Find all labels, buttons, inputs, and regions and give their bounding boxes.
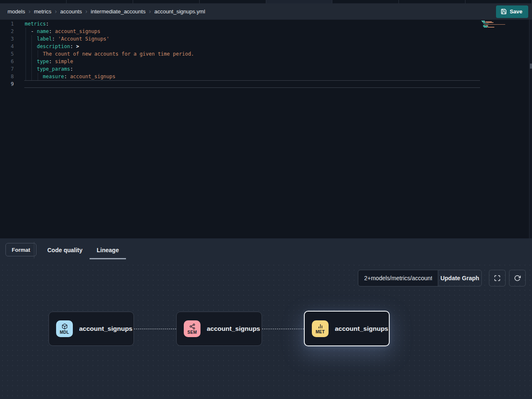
line-number: 4	[0, 43, 18, 49]
selector-input[interactable]	[358, 270, 438, 286]
indent-guide	[31, 58, 32, 65]
file-tab-segment[interactable]	[332, 0, 399, 3]
line-number: 5	[0, 51, 18, 57]
breadcrumb-bar: models›metrics›accounts›intermediate_acc…	[0, 3, 532, 20]
current-line-highlight	[24, 80, 480, 88]
fullscreen-icon	[494, 275, 501, 281]
file-tab-segment[interactable]	[200, 0, 266, 3]
metric-badge: MET	[312, 320, 329, 337]
breadcrumb-item[interactable]: intermediate_accounts	[91, 8, 146, 15]
code-line: 7 type_params:	[0, 65, 532, 73]
indent-guide	[31, 35, 32, 43]
save-button-label: Save	[510, 8, 522, 15]
code-line: 2 - name: account_signups	[0, 28, 532, 35]
file-tab-strip[interactable]	[0, 0, 532, 3]
line-number: 8	[0, 74, 18, 79]
save-button[interactable]: Save	[496, 5, 528, 18]
badge-label: MDL	[60, 330, 69, 335]
file-tab-segment[interactable]	[266, 0, 333, 3]
file-tab-segment[interactable]	[0, 0, 67, 3]
indent-guide	[38, 50, 38, 58]
lineage-node-semantic-model[interactable]: SEM account_signups	[176, 312, 262, 346]
line-number: 9	[0, 81, 18, 87]
indent-guide	[26, 35, 26, 43]
badge-label: MET	[316, 330, 325, 334]
code-line: 3 label: 'Account Signups'	[0, 35, 532, 43]
model-badge: MDL	[56, 320, 73, 337]
breadcrumb-item[interactable]: account_signups.yml	[154, 8, 205, 15]
bottom-panel: Format Code quality Lineage Update Graph	[0, 238, 532, 399]
line-number: 1	[0, 21, 18, 27]
file-tab-segment[interactable]	[67, 0, 133, 3]
minimap[interactable]	[481, 20, 507, 33]
scrollbar-track[interactable]	[529, 20, 532, 238]
breadcrumb-item[interactable]: models	[8, 8, 25, 15]
node-label: account_signups	[335, 325, 388, 332]
code-line: 5 The count of new accounts for a given …	[0, 50, 532, 58]
tab-lineage[interactable]: Lineage	[90, 242, 126, 259]
line-number: 3	[0, 36, 18, 42]
lineage-edge	[134, 329, 176, 329]
indent-guide	[31, 73, 32, 80]
toolbar-divider	[34, 242, 34, 258]
network-icon	[189, 323, 195, 330]
format-button[interactable]: Format	[5, 243, 36, 256]
fullscreen-button[interactable]	[489, 270, 506, 286]
breadcrumb-item[interactable]: accounts	[60, 8, 82, 15]
lineage-edge	[262, 329, 304, 329]
badge-label: SEM	[188, 330, 197, 335]
refresh-icon	[514, 275, 521, 281]
code-line: 9	[0, 80, 532, 88]
code-line: 4 description: >	[0, 43, 532, 50]
tab-code-quality[interactable]: Code quality	[40, 242, 90, 259]
code-line: 1metrics:	[0, 20, 532, 28]
panel-tabs: Code quality Lineage	[40, 242, 126, 259]
chevron-right-icon: ›	[55, 8, 57, 15]
file-tab-segment[interactable]	[465, 0, 532, 3]
indent-guide	[26, 58, 26, 65]
code-area[interactable]: 1metrics:2 - name: account_signups3 labe…	[0, 20, 532, 238]
indent-guide	[26, 65, 26, 73]
line-number: 2	[0, 28, 18, 34]
chevron-right-icon: ›	[149, 8, 151, 15]
ide-window: models›metrics›accounts›intermediate_acc…	[0, 0, 532, 399]
yaml-editor[interactable]: 1metrics:2 - name: account_signups3 labe…	[0, 20, 532, 238]
line-number: 6	[0, 59, 18, 64]
lineage-node-model[interactable]: MDL account_signups	[49, 312, 134, 346]
chevron-right-icon: ›	[28, 8, 31, 15]
indent-guide	[38, 73, 38, 80]
indent-guide	[26, 43, 26, 50]
scrollbar-thumb[interactable]	[530, 64, 532, 69]
indent-guide	[26, 50, 26, 58]
line-number: 7	[0, 66, 18, 72]
semantic-badge: SEM	[184, 320, 200, 337]
file-tab-segment[interactable]	[399, 0, 465, 3]
refresh-button[interactable]	[509, 270, 526, 286]
breadcrumb: models›metrics›accounts›intermediate_acc…	[8, 8, 205, 15]
indent-guide	[31, 65, 32, 73]
bar-chart-icon	[317, 323, 324, 329]
node-label: account_signups	[207, 325, 260, 332]
selector-group: Update Graph	[358, 270, 482, 286]
indent-guide	[26, 73, 26, 80]
code-line: 6 type: simple	[0, 58, 532, 65]
indent-guide	[31, 50, 32, 58]
lineage-node-metric[interactable]: MET account_signups	[304, 311, 390, 346]
save-icon	[501, 8, 507, 15]
update-graph-button[interactable]: Update Graph	[438, 270, 482, 286]
node-label: account_signups	[79, 325, 132, 332]
indent-guide	[26, 28, 26, 35]
cube-icon	[62, 323, 68, 330]
file-tab-segment[interactable]	[133, 0, 200, 3]
chevron-right-icon: ›	[85, 8, 87, 15]
code-line: 8 measure: account_signups	[0, 73, 532, 80]
breadcrumb-item[interactable]: metrics	[34, 8, 51, 15]
indent-guide	[31, 43, 32, 50]
